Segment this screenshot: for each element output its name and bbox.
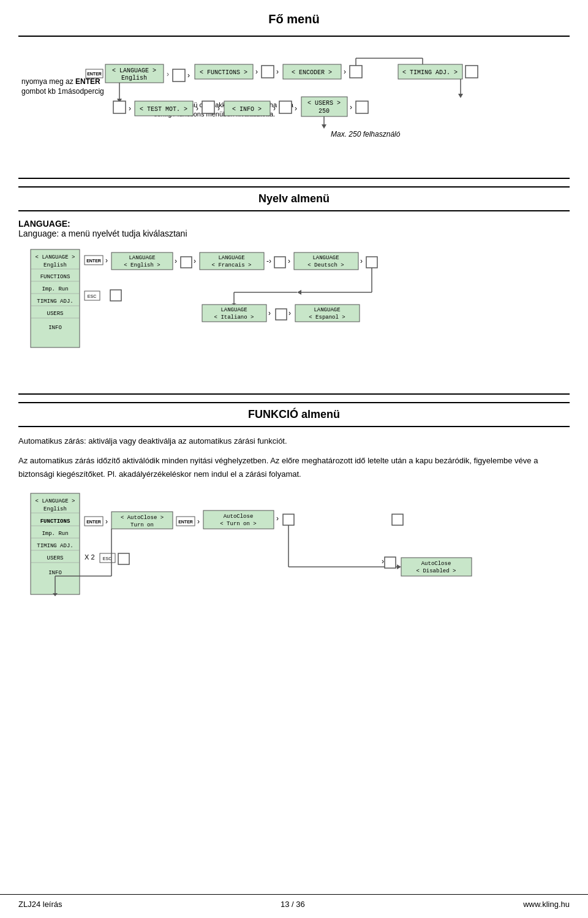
page-title: Fő menü [18, 6, 570, 37]
svg-text:ENTER: ENTER [86, 520, 101, 524]
svg-text:LANGUAGE: LANGUAGE [221, 307, 247, 313]
language-heading: LANGUAGE: Language: a menü nyelvét tudja… [18, 219, 570, 238]
svg-rect-94 [276, 309, 287, 320]
svg-rect-138 [118, 553, 129, 564]
svg-text:›: › [129, 104, 131, 113]
main-menu-svg: nyomya meg az ENTER gombot kb 1másodperc… [18, 46, 570, 169]
svg-text:< Italiano >: < Italiano > [214, 314, 254, 321]
svg-text:Imp. Run: Imp. Run [42, 531, 68, 537]
svg-text:< ENCODER >: < ENCODER > [292, 69, 332, 76]
svg-text:< TIMING ADJ. >: < TIMING ADJ. > [402, 69, 458, 76]
svg-text:ESC: ESC [103, 556, 111, 561]
svg-text:250: 250 [318, 108, 330, 115]
svg-rect-31 [113, 101, 126, 113]
svg-text:< Francais >: < Francais > [212, 262, 252, 268]
svg-text:AutoClose: AutoClose [224, 514, 254, 520]
svg-rect-36 [202, 101, 214, 113]
svg-text:LANGUAGE: LANGUAGE [218, 255, 244, 261]
svg-text:< Espanol >: < Espanol > [309, 314, 345, 321]
svg-text:Turn on: Turn on [130, 522, 154, 528]
svg-text:LANGUAGE: LANGUAGE [312, 255, 339, 261]
svg-text:›: › [196, 104, 198, 113]
svg-text:INFO: INFO [48, 570, 62, 576]
divider-1 [18, 178, 570, 179]
footer-left: ZLJ24 leírás [18, 900, 62, 909]
svg-text:›: › [194, 257, 196, 265]
svg-rect-8 [173, 69, 185, 82]
svg-rect-71 [181, 257, 192, 268]
svg-text:< Turn on >: < Turn on > [220, 521, 256, 527]
svg-text:›: › [344, 67, 346, 76]
funkcion-text2: Az automatikus zárás időzítő aktiválódik… [18, 454, 570, 481]
svg-marker-86 [297, 290, 301, 295]
svg-text:ESC: ESC [88, 294, 96, 298]
svg-text:AutoClose: AutoClose [421, 561, 451, 567]
svg-text:›: › [105, 517, 108, 526]
svg-text:LANGUAGE: LANGUAGE [129, 255, 155, 261]
svg-text:›: › [382, 557, 384, 566]
language-svg: < LANGUAGE > English FUNCTIONS Imp. Run … [18, 243, 570, 384]
svg-text:›: › [105, 256, 108, 265]
svg-text:›: › [197, 517, 200, 526]
svg-text:›: › [360, 257, 363, 265]
svg-rect-83 [366, 257, 377, 268]
svg-text:TIMING ADJ.: TIMING ADJ. [37, 543, 73, 549]
svg-text:›: › [276, 67, 279, 76]
svg-text:< Deutsch >: < Deutsch > [307, 262, 344, 268]
svg-text:›: › [217, 104, 220, 113]
svg-text:›: › [167, 70, 169, 78]
funkcion-title: FUNKCIÓ almenü [18, 402, 570, 427]
svg-text:< TEST MOT. >: < TEST MOT. > [140, 106, 187, 113]
svg-text:USERS: USERS [47, 311, 63, 317]
main-menu-diagram: nyomya meg az ENTER gombot kb 1másodperc… [18, 46, 570, 170]
svg-text:USERS: USERS [47, 555, 63, 561]
svg-text:gombot kb 1másodpercig: gombot kb 1másodpercig [21, 87, 104, 96]
svg-rect-13 [262, 66, 274, 78]
svg-text:Imp. Run: Imp. Run [42, 286, 68, 292]
svg-text:< Disabled >: < Disabled > [417, 568, 456, 574]
svg-text:ENTER: ENTER [87, 72, 102, 76]
svg-text:LANGUAGE: LANGUAGE [314, 307, 340, 313]
svg-text:›: › [255, 67, 258, 76]
svg-marker-27 [458, 94, 463, 98]
svg-text:< English >: < English > [124, 262, 160, 268]
svg-text:< INFO >: < INFO > [232, 106, 262, 113]
svg-text:English: English [43, 262, 67, 268]
funkcion-svg: < LANGUAGE > English FUNCTIONS Imp. Run … [18, 487, 570, 647]
svg-text:< LANGUAGE >: < LANGUAGE > [36, 498, 75, 504]
svg-text:X 2: X 2 [85, 553, 95, 561]
svg-text:FUNCTIONS: FUNCTIONS [40, 518, 70, 525]
footer-center: 13 / 36 [281, 900, 305, 909]
svg-rect-47 [356, 101, 368, 113]
language-diagram: < LANGUAGE > English FUNCTIONS Imp. Run … [18, 243, 570, 386]
svg-text:Max. 250 felhasználó: Max. 250 felhasználó [331, 130, 401, 138]
svg-rect-28 [466, 66, 478, 78]
svg-text:›: › [276, 514, 279, 523]
svg-text:›: › [187, 71, 190, 80]
svg-text:INFO: INFO [48, 325, 62, 331]
svg-text:›: › [175, 257, 177, 265]
svg-text:›: › [350, 103, 352, 112]
svg-text:English: English [121, 75, 147, 82]
svg-text:›: › [295, 104, 297, 113]
svg-rect-18 [350, 66, 362, 78]
svg-text:›: › [288, 309, 291, 317]
svg-text:ENTER: ENTER [178, 520, 193, 524]
svg-marker-49 [322, 124, 326, 129]
footer-right: www.kling.hu [523, 900, 570, 909]
svg-rect-77 [274, 257, 285, 268]
svg-rect-145 [385, 557, 396, 568]
svg-text:›: › [288, 257, 290, 265]
svg-marker-131 [397, 564, 401, 569]
divider-2 [18, 393, 570, 395]
svg-rect-41 [279, 101, 292, 113]
funkcion-text1: Automatikus zárás: aktiválja vagy deakti… [18, 434, 570, 448]
svg-text:< LANGUAGE >: < LANGUAGE > [36, 254, 75, 260]
funkcion-diagram: < LANGUAGE > English FUNCTIONS Imp. Run … [18, 487, 570, 648]
svg-text:English: English [43, 506, 67, 512]
svg-text:< FUNCTIONS >: < FUNCTIONS > [200, 69, 247, 76]
svg-text:< LANGUAGE >: < LANGUAGE > [112, 67, 156, 74]
svg-text:›: › [268, 309, 271, 317]
svg-text:ENTER: ENTER [86, 259, 101, 263]
svg-text:›: › [273, 104, 276, 113]
